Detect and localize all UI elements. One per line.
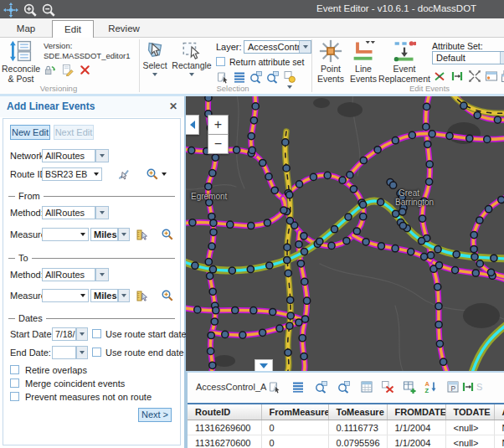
event-point-marker[interactable] (328, 242, 335, 249)
event-point-marker[interactable] (286, 218, 293, 224)
route-line[interactable] (186, 307, 305, 321)
event-point-marker[interactable] (466, 135, 473, 142)
event-point-marker[interactable] (227, 221, 234, 228)
event-point-marker[interactable] (471, 245, 477, 252)
event-point-marker[interactable] (363, 239, 369, 245)
event-point-marker[interactable] (491, 255, 497, 261)
event-point-marker[interactable] (360, 214, 367, 220)
event-point-marker[interactable] (498, 196, 504, 203)
column-header[interactable]: AC (494, 404, 504, 420)
pick-to-measure-icon[interactable] (136, 289, 149, 302)
collapse-table-button[interactable] (255, 359, 273, 371)
selected-route-casing[interactable] (186, 201, 504, 270)
zoom-in-tool-icon[interactable] (23, 3, 38, 18)
event-point-marker[interactable] (324, 172, 331, 178)
event-point-marker[interactable] (423, 123, 429, 130)
next-edit-button[interactable]: Next Edit (54, 125, 94, 140)
event-point-marker[interactable] (378, 243, 384, 250)
prevent-measures-checkbox[interactable] (10, 392, 19, 401)
table-cell[interactable]: N (494, 420, 504, 435)
event-point-marker[interactable] (427, 252, 434, 259)
event-point-marker[interactable] (419, 215, 425, 222)
zoom-to-to-measure-icon[interactable] (161, 289, 174, 302)
layer-select[interactable]: AccessControl_A (244, 40, 311, 54)
event-point-marker[interactable] (472, 270, 479, 276)
event-point-marker[interactable] (399, 222, 406, 229)
event-point-marker[interactable] (229, 267, 235, 274)
column-header[interactable]: RouteID (188, 404, 261, 420)
event-point-marker[interactable] (374, 147, 381, 153)
network-select-arrow-icon[interactable] (95, 149, 109, 162)
start-date-arrow-icon[interactable] (76, 327, 88, 341)
event-point-marker[interactable] (301, 278, 308, 285)
event-point-marker[interactable] (476, 260, 483, 267)
point-events-button[interactable]: Point Events (315, 39, 347, 85)
event-point-marker[interactable] (392, 137, 399, 144)
pan-to-selection-icon[interactable] (266, 70, 280, 84)
event-point-marker[interactable] (339, 177, 346, 183)
map-canvas[interactable] (186, 96, 504, 371)
event-point-marker[interactable] (453, 251, 460, 258)
event-point-marker[interactable] (189, 219, 196, 226)
event-point-marker[interactable] (471, 254, 478, 260)
end-date-input[interactable] (52, 346, 76, 359)
table-cell[interactable]: 1/1/2004 (387, 435, 445, 448)
event-point-marker[interactable] (399, 193, 405, 200)
event-point-marker[interactable] (486, 206, 492, 213)
from-method-select[interactable]: AllRoutes (42, 206, 95, 219)
to-unit-select[interactable]: Miles (90, 289, 118, 302)
event-point-marker[interactable] (222, 331, 229, 337)
event-point-marker[interactable] (487, 269, 494, 275)
event-point-marker[interactable] (284, 256, 291, 263)
event-point-marker[interactable] (207, 273, 213, 280)
start-date-input[interactable]: 7/18/ (52, 327, 76, 341)
route-id-combo[interactable]: BSR23 EB (42, 167, 102, 181)
map-zoom-in-button[interactable]: + (208, 115, 229, 135)
event-point-marker[interactable] (249, 147, 255, 153)
pick-from-measure-icon[interactable] (136, 228, 149, 241)
event-point-marker[interactable] (286, 322, 293, 329)
event-point-marker[interactable] (247, 265, 254, 272)
to-measure-combo[interactable] (42, 289, 89, 302)
event-point-marker[interactable] (301, 316, 308, 322)
event-point-marker[interactable] (232, 306, 239, 313)
event-point-marker[interactable] (282, 139, 289, 146)
table-cell[interactable]: 0 (261, 435, 328, 448)
map-view[interactable]: Egremont Great Barrington + − (186, 96, 504, 371)
table-cell[interactable]: 11316270600 (188, 435, 261, 448)
event-point-marker[interactable] (211, 318, 218, 325)
event-point-marker[interactable] (209, 170, 216, 177)
new-edit-button[interactable]: New Edit (10, 125, 50, 140)
select-dropdown-arrow-icon[interactable] (152, 73, 157, 76)
pan-tool-icon[interactable] (3, 3, 18, 18)
event-point-marker[interactable] (209, 266, 216, 273)
event-point-marker[interactable] (250, 117, 257, 124)
event-point-marker[interactable] (252, 103, 259, 110)
event-point-marker[interactable] (206, 199, 213, 206)
event-point-marker[interactable] (205, 183, 212, 190)
event-panels-icon[interactable] (501, 70, 504, 83)
event-point-marker[interactable] (296, 241, 302, 248)
event-point-marker[interactable] (436, 341, 443, 348)
event-point-marker[interactable] (476, 217, 483, 224)
event-point-marker[interactable] (429, 131, 435, 137)
event-point-marker[interactable] (418, 238, 424, 245)
zoom-options-arrow-icon[interactable] (162, 173, 167, 176)
event-point-marker[interactable] (494, 116, 501, 123)
from-method-arrow-icon[interactable] (95, 206, 109, 219)
event-point-marker[interactable] (205, 96, 212, 101)
return-attribute-checkbox[interactable] (216, 57, 225, 66)
map-zoom-out-button[interactable]: − (208, 134, 229, 154)
event-point-marker[interactable] (304, 297, 311, 304)
from-unit-select[interactable]: Miles (90, 228, 118, 241)
tab-review[interactable]: Review (100, 20, 147, 38)
table-cell[interactable]: <null> (445, 420, 494, 435)
select-tool-button[interactable]: Select (142, 39, 167, 76)
event-point-marker[interactable] (345, 214, 352, 220)
event-point-marker[interactable] (250, 307, 257, 314)
event-point-marker[interactable] (188, 147, 195, 154)
event-point-marker[interactable] (248, 133, 255, 140)
event-point-marker[interactable] (210, 219, 217, 226)
add-record-icon[interactable] (403, 380, 416, 394)
retire-overlaps-checkbox[interactable] (10, 365, 19, 374)
